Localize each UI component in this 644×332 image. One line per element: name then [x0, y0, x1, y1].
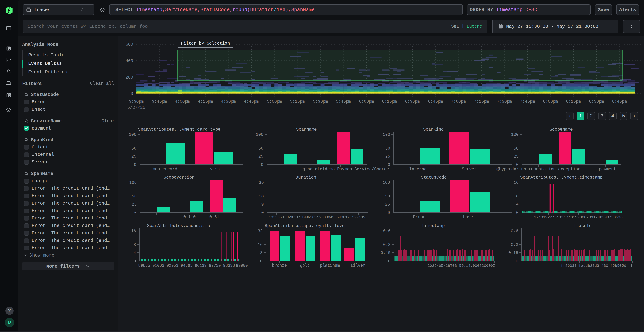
svg-text:Internal: Internal — [409, 167, 429, 172]
svg-text:Timestamp: Timestamp — [422, 224, 445, 228]
svg-text:6:00pm: 6:00pm — [359, 99, 374, 104]
svg-text:1748192273433: 1748192273433 — [534, 215, 563, 219]
svg-text:gold: gold — [300, 263, 310, 268]
svg-text:0: 0 — [516, 162, 518, 167]
svg-text:16: 16 — [131, 229, 136, 234]
svg-text:silver: silver — [350, 263, 366, 268]
svg-text:ScopeName: ScopeName — [550, 127, 573, 132]
svg-text:4:45pm: 4:45pm — [244, 99, 259, 104]
svg-text:StatusCode: StatusCode — [421, 175, 447, 180]
svg-text:98338: 98338 — [223, 264, 235, 268]
svg-text:4: 4 — [516, 202, 518, 207]
svg-text:100: 100 — [511, 132, 518, 137]
svg-text:SpanAttributes.app.loyalty.lev: SpanAttributes.app.loyalty.level — [265, 224, 347, 228]
svg-text:4:30pm: 4:30pm — [221, 99, 236, 104]
svg-text:0.15: 0.15 — [508, 250, 518, 255]
svg-text:3:45pm: 3:45pm — [152, 99, 167, 104]
svg-text:SpanAttributes.cache.size: SpanAttributes.cache.size — [147, 224, 212, 228]
svg-text:0.6: 0.6 — [383, 229, 390, 234]
svg-text:600: 600 — [126, 42, 133, 47]
svg-text:99900: 99900 — [236, 264, 248, 268]
svg-text:0: 0 — [130, 92, 133, 96]
svg-text:25: 25 — [385, 154, 390, 159]
svg-text:1748199880789: 1748199880789 — [564, 215, 593, 219]
svg-text:400: 400 — [126, 59, 133, 63]
svg-text:100: 100 — [129, 132, 136, 137]
svg-text:543017: 543017 — [337, 215, 350, 219]
svg-text:25: 25 — [514, 154, 518, 159]
svg-text:0: 0 — [134, 162, 136, 167]
svg-text:18: 18 — [259, 194, 264, 199]
svg-text:50: 50 — [131, 146, 136, 151]
svg-text:6:45pm: 6:45pm — [428, 99, 443, 104]
svg-text:4:15pm: 4:15pm — [198, 99, 213, 104]
svg-text:89835: 89835 — [138, 264, 150, 268]
svg-text:7:00pm: 7:00pm — [451, 99, 466, 104]
svg-text:4: 4 — [134, 250, 136, 255]
svg-text:3:30pm: 3:30pm — [129, 99, 144, 104]
svg-text:0: 0 — [261, 162, 263, 167]
svg-text:94365: 94365 — [181, 264, 192, 268]
svg-text:TraceId: TraceId — [574, 224, 592, 228]
svg-text:8:15pm: 8:15pm — [566, 99, 581, 104]
svg-text:0: 0 — [516, 210, 518, 215]
svg-text:0: 0 — [388, 259, 390, 264]
svg-text:19961834: 19961834 — [302, 215, 318, 219]
svg-text:8: 8 — [134, 242, 136, 247]
svg-text:16: 16 — [258, 242, 262, 247]
svg-text:0: 0 — [261, 210, 264, 215]
svg-text:100: 100 — [383, 132, 390, 137]
svg-text:36: 36 — [259, 180, 264, 185]
svg-text:9: 9 — [261, 202, 264, 207]
svg-text:SpanKind: SpanKind — [423, 127, 444, 132]
svg-text:1333363: 1333363 — [269, 215, 284, 219]
svg-text:2025-05-28T03:59:14.900820000Z: 2025-05-28T03:59:14.900820000Z — [428, 264, 495, 268]
svg-text:100: 100 — [256, 132, 263, 137]
svg-text:grpc.oteldemo.PaymentService/C: grpc.oteldemo.PaymentService/Charge — [302, 167, 389, 172]
svg-text:0: 0 — [388, 210, 390, 215]
svg-text:25: 25 — [385, 202, 390, 207]
svg-text:SpanAttributes...yment.timesta: SpanAttributes...yment.timestamp — [520, 175, 603, 180]
svg-text:32: 32 — [258, 229, 262, 234]
svg-text:0.3: 0.3 — [383, 242, 390, 247]
svg-text:0.3: 0.3 — [511, 242, 518, 247]
svg-text:5/27/25: 5/27/25 — [127, 105, 146, 110]
svg-text:25: 25 — [258, 154, 263, 159]
svg-text:Unset: Unset — [463, 215, 475, 220]
svg-text:7:30pm: 7:30pm — [497, 99, 512, 104]
svg-text:visa: visa — [210, 167, 220, 172]
svg-text:Duration: Duration — [296, 175, 316, 180]
svg-text:7:15pm: 7:15pm — [474, 99, 489, 104]
svg-text:100: 100 — [383, 180, 390, 185]
svg-text:SpanName: SpanName — [296, 127, 317, 132]
svg-text:4:00pm: 4:00pm — [175, 99, 190, 104]
svg-text:8: 8 — [260, 250, 262, 255]
svg-text:96139: 96139 — [195, 264, 206, 268]
svg-text:0: 0 — [134, 259, 136, 264]
svg-text:8:00pm: 8:00pm — [543, 99, 558, 104]
svg-text:ff860334facdb23d3f430ff5b5050f: ff860334facdb23d3f430ff5b5050f4f — [561, 264, 633, 268]
svg-text:0: 0 — [260, 259, 262, 264]
svg-text:5:30pm: 5:30pm — [313, 99, 328, 104]
svg-text:92953: 92953 — [166, 264, 178, 268]
svg-text:7:45pm: 7:45pm — [520, 99, 535, 104]
svg-text:8:45pm: 8:45pm — [612, 99, 627, 104]
svg-text:ScopeVersion: ScopeVersion — [164, 175, 195, 180]
svg-text:5:45pm: 5:45pm — [336, 99, 351, 104]
svg-text:50: 50 — [258, 146, 263, 151]
svg-text:1748393738536: 1748393738536 — [593, 215, 622, 219]
svg-text:50: 50 — [385, 194, 390, 199]
svg-text:50: 50 — [514, 146, 518, 151]
svg-text:platinum: platinum — [320, 263, 340, 268]
svg-text:999435: 999435 — [352, 215, 365, 219]
svg-text:5:15pm: 5:15pm — [290, 99, 305, 104]
svg-text:@hyperdx/instrumentation-excep: @hyperdx/instrumentation-exception — [496, 167, 580, 172]
svg-text:2600849: 2600849 — [319, 215, 334, 219]
svg-text:25: 25 — [131, 154, 136, 159]
svg-text:97730: 97730 — [209, 264, 221, 268]
svg-text:0: 0 — [516, 259, 518, 264]
svg-text:100: 100 — [129, 180, 137, 185]
svg-text:mastercard: mastercard — [152, 167, 177, 172]
svg-text:6:30pm: 6:30pm — [405, 99, 420, 104]
svg-text:16: 16 — [514, 180, 518, 185]
